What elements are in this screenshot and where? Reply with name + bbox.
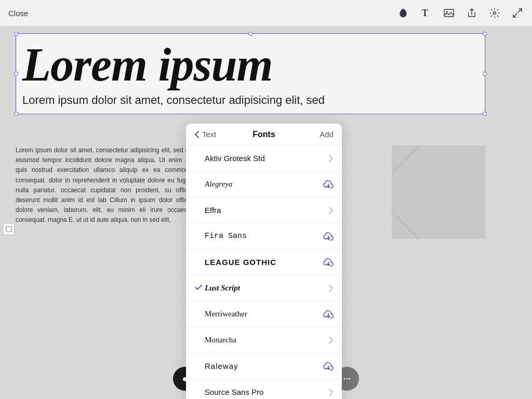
font-list-item[interactable]: Monarcha <box>186 327 342 353</box>
font-list-item[interactable]: Source Sans Pro <box>186 379 342 399</box>
font-item-action[interactable] <box>319 179 334 190</box>
svg-point-2 <box>446 11 448 13</box>
top-bar: Close T <box>0 0 532 26</box>
font-list-item[interactable]: Effra <box>186 197 342 223</box>
font-item-action[interactable] <box>319 154 334 163</box>
image-placeholder-inner <box>392 145 485 239</box>
settings-icon[interactable] <box>488 7 501 19</box>
download-cloud-icon <box>323 179 334 190</box>
font-list: Aktiv Grotesk StdAlegreya EffraFira Sans… <box>186 145 342 399</box>
image-tool-icon[interactable] <box>443 7 455 19</box>
canvas-area: Lorem ipsum Lorem ipsum dolor sit amet, … <box>0 26 532 399</box>
expand-icon[interactable] <box>511 7 524 19</box>
handle-top-left[interactable] <box>14 32 18 36</box>
font-item-action[interactable] <box>319 336 334 344</box>
font-name-label: Raleway <box>205 362 319 370</box>
svg-line-6 <box>513 14 517 17</box>
font-item-action[interactable] <box>319 206 334 215</box>
subheading-text: Lorem ipsum dolor sit amet, consectetur … <box>22 92 478 109</box>
body-text-block: Lorem ipsum dolor sit amet, consectetur … <box>16 145 192 225</box>
font-name-label: Effra <box>205 206 319 215</box>
heading-text: Lorem ipsum <box>22 39 478 90</box>
svg-rect-1 <box>444 9 454 17</box>
svg-text:T: T <box>422 8 428 18</box>
font-list-item[interactable]: Raleway <box>186 353 342 379</box>
font-item-action[interactable] <box>319 388 334 396</box>
font-panel-back-button[interactable]: Text <box>194 130 217 139</box>
download-cloud-icon <box>323 231 334 242</box>
svg-point-23 <box>344 378 345 380</box>
left-panel-toggle[interactable] <box>3 223 15 235</box>
font-item-action[interactable] <box>319 284 334 292</box>
handle-mid-left[interactable] <box>14 72 18 76</box>
top-bar-right: T <box>397 7 524 19</box>
share-icon[interactable] <box>466 7 478 19</box>
font-name-label: Monarcha <box>205 336 319 344</box>
handle-top-center[interactable] <box>248 32 252 36</box>
top-bar-left: Close <box>8 9 28 18</box>
chevron-right-icon <box>328 284 334 292</box>
text-frame[interactable]: Lorem ipsum Lorem ipsum dolor sit amet, … <box>16 33 485 114</box>
font-list-item[interactable]: Lust Script <box>186 275 342 301</box>
font-name-label: Fira Sans <box>205 232 319 241</box>
font-list-item[interactable]: Fira Sans <box>186 223 342 249</box>
font-name-label: Alegreya <box>205 180 319 189</box>
handle-bottom-left[interactable] <box>14 112 18 116</box>
close-button[interactable]: Close <box>8 9 28 18</box>
font-panel: Text Fonts Add Aktiv Grotesk StdAlegreya… <box>186 124 342 399</box>
download-cloud-icon <box>323 361 334 371</box>
font-panel-header: Text Fonts Add <box>186 124 342 145</box>
font-panel-add-button[interactable]: Add <box>320 130 334 139</box>
font-name-label: Merriweather <box>205 310 319 318</box>
svg-point-24 <box>347 378 348 380</box>
chevron-right-icon <box>328 206 334 215</box>
font-name-label: Source Sans Pro <box>205 388 319 396</box>
font-name-label: Lust Script <box>205 284 319 292</box>
font-panel-title: Fonts <box>252 130 275 139</box>
font-selected-check <box>194 283 205 293</box>
chevron-right-icon <box>328 388 334 396</box>
font-name-label: Aktiv Grotesk Std <box>205 154 319 163</box>
svg-point-25 <box>349 378 351 380</box>
text-tool-icon[interactable]: T <box>420 7 432 19</box>
font-item-action[interactable] <box>319 231 334 242</box>
chevron-right-icon <box>328 154 334 163</box>
svg-line-5 <box>518 9 522 12</box>
back-label: Text <box>202 130 217 139</box>
font-list-item[interactable]: Aktiv Grotesk Std <box>186 145 342 171</box>
image-placeholder <box>392 145 485 239</box>
theme-icon[interactable] <box>397 7 409 19</box>
font-list-item[interactable]: Merriweather <box>186 301 342 327</box>
download-cloud-icon <box>323 257 334 268</box>
font-item-action[interactable] <box>319 361 334 371</box>
font-name-label: League Gothic <box>205 258 319 267</box>
svg-rect-7 <box>6 227 11 232</box>
side-ruler <box>486 33 497 142</box>
svg-point-4 <box>494 12 496 15</box>
chevron-right-icon <box>328 336 334 344</box>
download-cloud-icon <box>323 309 334 320</box>
font-list-item[interactable]: Alegreya <box>186 171 342 197</box>
font-item-action[interactable] <box>319 309 334 320</box>
font-list-item[interactable]: League Gothic <box>186 249 342 275</box>
font-item-action[interactable] <box>319 257 334 268</box>
